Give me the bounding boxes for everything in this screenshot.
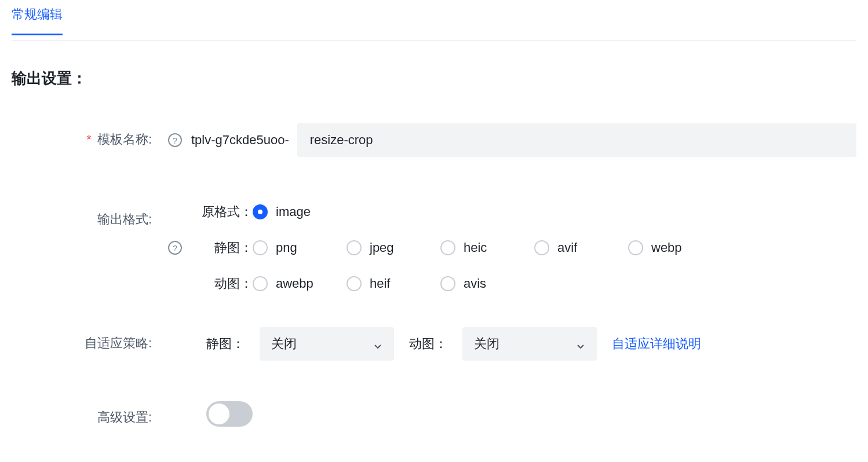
radio-label-heic: heic <box>464 240 487 255</box>
radio-circle-heic <box>440 240 455 255</box>
radio-png[interactable]: png <box>253 240 347 255</box>
radio-awebp[interactable]: awebp <box>253 276 347 291</box>
radio-label-heif: heif <box>370 276 390 291</box>
radio-label-webp: webp <box>651 240 682 255</box>
section-title-output: 输出设置： <box>12 68 856 89</box>
original-format-label: 原格式： <box>191 203 253 221</box>
template-name-prefix: tplv-g7ckde5uoo- <box>191 133 289 148</box>
row-template-name: * 模板名称: ? tplv-g7ckde5uoo- <box>12 123 856 157</box>
label-template-name: * 模板名称: <box>12 123 168 156</box>
animated-format-label: 动图： <box>191 275 253 292</box>
adaptive-detail-link[interactable]: 自适应详细说明 <box>612 335 701 353</box>
radio-label-avis: avis <box>464 276 486 291</box>
radio-label-image: image <box>276 204 311 219</box>
label-template-name-text: 模板名称: <box>97 131 152 148</box>
radio-image[interactable]: image <box>253 204 347 219</box>
toggle-advanced-settings[interactable] <box>206 401 253 427</box>
radio-label-awebp: awebp <box>276 276 313 291</box>
radio-label-jpeg: jpeg <box>370 240 394 255</box>
label-output-format-text: 输出格式: <box>97 211 152 228</box>
label-adaptive-strategy: 自适应策略: <box>12 327 168 360</box>
chevron-down-icon <box>576 339 585 349</box>
radio-group-static: png jpeg heic avif <box>253 240 722 255</box>
label-output-format: 输出格式: <box>12 203 168 236</box>
radio-heic[interactable]: heic <box>440 240 534 255</box>
radio-circle-awebp <box>253 276 268 291</box>
select-adaptive-animated[interactable]: 关闭 <box>462 327 597 361</box>
template-name-input[interactable] <box>297 123 856 157</box>
row-adaptive-strategy: 自适应策略: 静图： 关闭 动图： 关闭 自适应详细说明 <box>12 327 856 361</box>
radio-circle-avif <box>534 240 549 255</box>
format-section: 原格式： image 静图： png jp <box>191 203 722 292</box>
help-icon[interactable]: ? <box>168 241 182 255</box>
tabs-bar: 常规编辑 <box>12 0 856 41</box>
radio-circle-png <box>253 240 268 255</box>
radio-avif[interactable]: avif <box>534 240 628 255</box>
label-adaptive-strategy-text: 自适应策略: <box>85 335 152 352</box>
radio-circle-heif <box>347 276 362 291</box>
tab-general-edit[interactable]: 常规编辑 <box>12 6 63 35</box>
radio-jpeg[interactable]: jpeg <box>347 240 440 255</box>
radio-circle-jpeg <box>347 240 362 255</box>
static-format-label: 静图： <box>191 239 253 256</box>
required-asterisk: * <box>86 132 92 147</box>
row-advanced-settings: 高级设置: <box>12 401 856 434</box>
radio-webp[interactable]: webp <box>628 240 722 255</box>
select-adaptive-animated-value: 关闭 <box>474 335 499 353</box>
radio-circle-webp <box>628 240 643 255</box>
adaptive-static-label: 静图： <box>206 335 245 353</box>
select-adaptive-static-value: 关闭 <box>271 335 297 353</box>
select-adaptive-static[interactable]: 关闭 <box>260 327 394 361</box>
label-advanced-settings-text: 高级设置: <box>97 409 152 426</box>
radio-avis[interactable]: avis <box>440 276 534 291</box>
label-advanced-settings: 高级设置: <box>12 401 168 434</box>
chevron-down-icon <box>373 339 382 349</box>
radio-label-png: png <box>276 240 297 255</box>
radio-circle-image <box>253 204 268 219</box>
radio-label-avif: avif <box>557 240 577 255</box>
row-output-format: 输出格式: ? 原格式： image 静图： png <box>12 203 856 292</box>
adaptive-animated-label: 动图： <box>409 335 447 353</box>
format-line-animated: 动图： awebp heif avis <box>191 275 722 292</box>
radio-group-animated: awebp heif avis <box>253 276 534 291</box>
radio-circle-avis <box>440 276 455 291</box>
help-icon[interactable]: ? <box>168 133 182 147</box>
format-line-static: 静图： png jpeg heic <box>191 239 722 256</box>
radio-heif[interactable]: heif <box>347 276 440 291</box>
radio-group-original: image <box>253 204 347 219</box>
format-line-original: 原格式： image <box>191 203 722 221</box>
